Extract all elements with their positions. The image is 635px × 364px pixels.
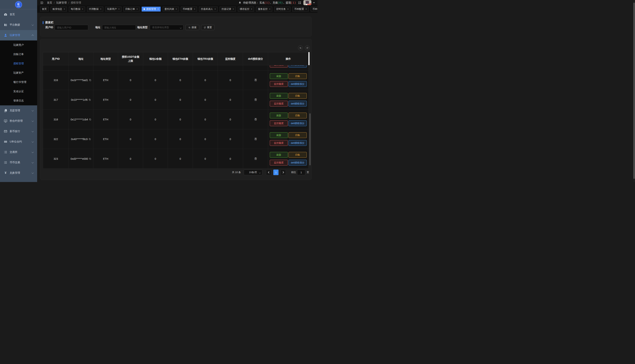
tab-close-icon[interactable]: × <box>100 8 101 10</box>
tab-service-monitor[interactable]: 服务监控× <box>256 7 272 12</box>
collect-button[interactable]: 归集 <box>288 132 307 138</box>
tab-delegate-list[interactable]: 委托列表× <box>163 7 179 12</box>
tab-player-users[interactable]: 玩家用户× <box>105 7 121 12</box>
tab-coin-config[interactable]: 币种配置× <box>181 7 197 12</box>
panel-scrollbar-thumb[interactable] <box>309 113 311 165</box>
tab-market-robot[interactable]: 控盘机器人× <box>199 7 218 12</box>
breadcrumb-player-management[interactable]: 玩家管理 <box>56 1 67 4</box>
sidebar-item-bank-card-management[interactable]: 银行卡管理 <box>0 78 37 87</box>
sidebar-item-exchange[interactable]: 交易所 <box>0 147 37 157</box>
tab-close-icon[interactable]: × <box>269 8 270 10</box>
breadcrumb-home[interactable]: 首页 <box>47 1 52 4</box>
copy-icon[interactable] <box>89 79 91 81</box>
tab-close-icon[interactable]: × <box>64 8 65 10</box>
monitor-quota-button[interactable]: 监控额度 <box>270 160 288 166</box>
sidebar-item-u-contract[interactable]: U本位合约 <box>0 136 37 147</box>
tab-daily-data[interactable]: 每日数据× <box>69 7 85 12</box>
sidebar-item-authorization-management[interactable]: 授权管理 <box>0 59 37 68</box>
tab-authorization-management[interactable]: 授权管理× <box>142 7 161 12</box>
tab-close-icon[interactable]: × <box>136 8 138 10</box>
bell-icon[interactable] <box>238 1 241 4</box>
tab-close-icon[interactable]: × <box>194 8 195 10</box>
tab-market-records[interactable]: 控盘记录× <box>220 7 236 12</box>
app-logo[interactable]: E <box>0 0 37 9</box>
page-number-1[interactable]: 1 <box>273 170 278 175</box>
tab-account-changes[interactable]: 账变信息× <box>51 7 67 12</box>
collect-button[interactable]: 归集 <box>288 73 307 79</box>
tab-close-icon[interactable]: × <box>287 8 288 10</box>
page-size-select[interactable]: 10条/页 <box>244 170 262 175</box>
fullscreen-icon[interactable] <box>298 1 301 4</box>
goto-page-input[interactable] <box>297 170 305 175</box>
pending-withdraw[interactable]: 提现 <box>286 1 291 4</box>
table-scrollbar-thumb[interactable] <box>308 52 309 65</box>
tab-close-icon[interactable]: × <box>82 8 83 10</box>
monitor-quota-button[interactable]: 监控额度 <box>270 81 288 87</box>
table-search-button[interactable] <box>298 46 303 50</box>
defi-fake-button[interactable]: defi授权假分 <box>288 160 307 166</box>
sidebar-item-platform-data[interactable]: 平台数据 <box>0 20 37 30</box>
monitor-quota-button[interactable]: 监控额度 <box>270 120 288 126</box>
tab-close-icon[interactable]: × <box>157 8 159 10</box>
defi-fake-button[interactable]: defi授权假分 <box>288 101 307 106</box>
tab-collect-orders[interactable]: 归集订单× <box>124 7 140 12</box>
address-label: 地址 <box>95 26 100 29</box>
sidebar-item-collect-orders[interactable]: 归集订单 <box>0 50 37 59</box>
tab-close-icon[interactable]: × <box>176 8 177 10</box>
collect-button[interactable]: 归集 <box>288 93 307 99</box>
next-page-button[interactable] <box>280 170 286 175</box>
avatar[interactable]: IKUZ! <box>303 0 311 5</box>
user-id-input[interactable] <box>55 25 88 30</box>
defi-fake-button[interactable]: defi授权假分 <box>288 120 307 126</box>
sidebar-item-player-assets[interactable]: 玩家资产 <box>0 68 37 78</box>
sidebar-item-real-name-verification[interactable]: 实名认证 <box>0 87 37 96</box>
collect-button[interactable]: 归集 <box>288 152 307 158</box>
copy-icon[interactable] <box>89 158 91 160</box>
tab-coin-cycle[interactable]: 币种周期× <box>311 7 317 12</box>
sidebar-item-coin-trade[interactable]: 币币交易 <box>0 157 37 168</box>
refresh-row-button[interactable]: 刷新 <box>270 73 288 79</box>
monitor-quota-button[interactable]: 监控额度 <box>270 101 288 106</box>
pending-realname[interactable]: 实名 <box>259 1 265 4</box>
monitor-quota-button[interactable]: 监控额度 <box>270 65 288 68</box>
tab-close-icon[interactable]: × <box>214 8 216 10</box>
sidebar-item-swap-management[interactable]: ¥ 兑换管理 <box>0 168 37 178</box>
refresh-row-button[interactable]: 刷新 <box>270 112 288 118</box>
collapse-sidebar-icon[interactable] <box>40 1 44 4</box>
tab-close-icon[interactable]: × <box>251 8 252 10</box>
sidebar-item-deposit-withdraw[interactable]: 充提管理 <box>0 106 37 116</box>
pending-deposit[interactable]: 充值 <box>272 1 278 4</box>
refresh-row-button[interactable]: 刷新 <box>270 152 288 158</box>
copy-icon[interactable] <box>89 118 91 120</box>
copy-icon[interactable] <box>89 138 91 140</box>
tab-close-icon[interactable]: × <box>233 8 234 10</box>
sidebar-item-login-logs[interactable]: 登录日志 <box>0 96 37 106</box>
reset-button[interactable]: 重置 <box>201 25 214 30</box>
address-type-select[interactable]: 请选择地址类型 <box>150 25 183 30</box>
copy-icon[interactable] <box>89 98 91 101</box>
tab-scheduled-tasks[interactable]: 定时任务× <box>274 7 290 12</box>
tab-home[interactable]: 首页 <box>40 7 49 12</box>
sidebar-item-home[interactable]: 首页 <box>0 9 37 20</box>
user-menu-caret-icon[interactable] <box>313 2 315 3</box>
sidebar-item-seconds-contract[interactable]: 秒合约管理 <box>0 116 37 126</box>
address-input[interactable] <box>102 25 136 30</box>
table-refresh-button[interactable] <box>305 46 310 50</box>
sidebar-item-new-coin[interactable]: 新币发行 <box>0 126 37 136</box>
tab-close-icon[interactable]: × <box>118 8 120 10</box>
sidebar-item-player-management[interactable]: 玩家管理 <box>0 30 37 40</box>
search-button[interactable]: 搜索 <box>185 25 199 30</box>
defi-fake-button[interactable]: defi授权假分 <box>288 65 307 68</box>
tab-close-icon[interactable]: × <box>305 8 307 10</box>
defi-fake-button[interactable]: defi授权假分 <box>288 81 307 87</box>
monitor-quota-button[interactable]: 监控额度 <box>270 140 288 146</box>
defi-fake-button[interactable]: defi授权假分 <box>288 140 307 146</box>
collect-button[interactable]: 归集 <box>288 112 307 118</box>
refresh-row-button[interactable]: 刷新 <box>270 132 288 138</box>
tab-agent-data[interactable]: 代理数据× <box>87 7 103 12</box>
tab-coin-config-2[interactable]: 币种配置× <box>292 7 308 12</box>
sidebar-item-player-users[interactable]: 玩家用户 <box>0 40 37 50</box>
refresh-row-button[interactable]: 刷新 <box>270 93 288 99</box>
prev-page-button[interactable] <box>266 170 271 175</box>
tab-cache-monitor[interactable]: 缓存监控× <box>238 7 254 12</box>
